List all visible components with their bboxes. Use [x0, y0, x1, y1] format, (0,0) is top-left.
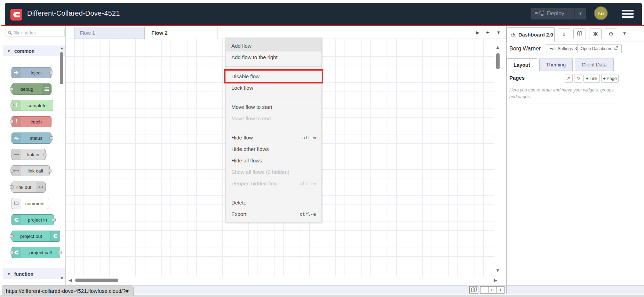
context-menu-item-hide-all-flows[interactable]: Hide all flows	[226, 155, 321, 166]
tab-list-button[interactable]: ▶	[474, 29, 482, 37]
context-menu-item-show-all-flows-0-hidden: Show all flows (0 hidden)	[226, 166, 321, 178]
node-input-port[interactable]	[10, 120, 14, 123]
open-dashboard-button[interactable]: Open Dashboard	[577, 44, 622, 53]
add-flow-button[interactable]: +	[484, 29, 492, 37]
context-menu-item-move-flow-to-start[interactable]: Move flow to start	[226, 101, 321, 113]
palette-node-comment[interactable]: comment	[11, 198, 49, 209]
pages-help-text: Here you can re-order and move your widg…	[509, 87, 614, 101]
inject-icon	[12, 67, 21, 78]
node-label: project out	[12, 231, 50, 241]
palette-category-function[interactable]: ▼ function	[3, 268, 66, 279]
palette-search-input[interactable]	[14, 30, 59, 35]
node-label: project call	[21, 247, 60, 258]
tab-theming[interactable]: Theming	[539, 58, 573, 71]
node-output-port[interactable]	[49, 71, 53, 74]
context-menu-item-delete[interactable]: Delete	[226, 197, 321, 208]
dashboard-subtabs: LayoutThemingClient Data	[507, 58, 617, 71]
menu-separator	[226, 66, 321, 67]
context-menu-item-reopen-hidden-flow: alt-⇧wReopen hidden flow	[226, 178, 321, 189]
node-output-port[interactable]	[48, 169, 51, 172]
tab-dashboard-2[interactable]: Dashboard 2.0	[507, 27, 555, 42]
node-output-port[interactable]	[49, 136, 53, 140]
palette-scroll-up[interactable]: ▲	[60, 46, 64, 50]
canvas-scroll-right[interactable]: ▶	[494, 278, 497, 283]
canvas-scroll-left[interactable]: ◀	[69, 278, 72, 283]
palette-node-status[interactable]: status	[11, 133, 51, 144]
palette-node-link-call[interactable]: link call	[11, 165, 50, 176]
palette-category-common[interactable]: ▼ common	[3, 46, 66, 56]
canvas-scroll-down[interactable]: ▼	[495, 268, 500, 273]
main-menu-button[interactable]	[622, 10, 634, 18]
canvas-scroll-up[interactable]: ▲	[495, 45, 500, 50]
palette-scrollbar-thumb[interactable]	[60, 52, 63, 84]
info-button[interactable]: i	[558, 29, 570, 39]
node-label: status	[21, 133, 51, 143]
node-input-port[interactable]	[10, 104, 14, 107]
node-label: link call	[21, 166, 49, 176]
plus-icon: +	[586, 76, 588, 81]
context-menu-item-disable-flow[interactable]: Disable flow	[226, 71, 321, 82]
palette-node-catch[interactable]: !catch	[11, 116, 51, 127]
palette-node-link-out[interactable]: link out	[11, 182, 46, 193]
node-input-port[interactable]	[10, 87, 14, 91]
tab-menu-chevron[interactable]: ▼	[494, 29, 503, 37]
node-output-port[interactable]	[43, 153, 47, 156]
canvas-vertical-scrollbar[interactable]	[496, 53, 500, 69]
node-input-port[interactable]	[10, 169, 14, 172]
collapse-all-button[interactable]	[565, 74, 573, 83]
context-menu-item-hide-other-flows[interactable]: Hide other flows	[226, 143, 321, 155]
add-page-button[interactable]: + Page	[601, 74, 619, 83]
minimap-button[interactable]	[469, 286, 478, 294]
palette-search[interactable]	[6, 29, 65, 37]
context-menu-item-add-flow-to-the-right[interactable]: Add flow to the right	[226, 51, 321, 63]
add-link-button[interactable]: + Link	[583, 74, 600, 83]
flow-tab-2[interactable]: Flow 2	[146, 27, 217, 39]
tab-client-data[interactable]: Client Data	[575, 58, 614, 71]
context-menu-item-hide-flow[interactable]: alt-wHide flow	[226, 132, 321, 143]
tab-layout[interactable]: Layout	[507, 58, 537, 71]
user-avatar[interactable]: su	[595, 7, 607, 19]
palette-node-link-in[interactable]: link in	[11, 149, 46, 160]
palette-scroll-down[interactable]: ▼	[60, 276, 64, 281]
debug-button[interactable]	[589, 29, 602, 39]
expand-all-button[interactable]	[574, 74, 582, 83]
palette-node-project-call[interactable]: project call	[11, 247, 60, 258]
chevron-down-icon: ▼	[7, 272, 11, 276]
config-button[interactable]: ⚙	[605, 29, 617, 39]
menu-item-label: Move flow to start	[231, 104, 272, 110]
menu-item-label: Lock flow	[231, 85, 253, 91]
node-input-port[interactable]	[10, 234, 14, 238]
comment-icon	[12, 198, 21, 209]
help-book-button[interactable]	[573, 29, 586, 39]
sidebar-menu-chevron[interactable]: ▼	[622, 31, 627, 36]
menu-item-label: Hide other flows	[231, 146, 269, 152]
palette-node-project-in[interactable]: project in	[11, 214, 54, 225]
context-menu-item-export[interactable]: ctrl-eExport	[226, 208, 321, 220]
menu-item-label: Delete	[231, 200, 246, 206]
node-label: inject	[21, 67, 51, 78]
deploy-options-chevron[interactable]: ▼	[574, 8, 586, 19]
node-input-port[interactable]	[10, 251, 14, 254]
zoom-in-button[interactable]: +	[496, 286, 504, 294]
menu-item-label: Hide all flows	[231, 158, 262, 163]
app-header: Different-Collared-Dove-4521 Deploy ▼ su	[5, 3, 642, 25]
palette-node-project-out[interactable]: project out	[11, 231, 60, 242]
sidebar-footer	[507, 285, 644, 294]
deploy-button[interactable]: Deploy ▼	[531, 8, 586, 19]
zoom-reset-button[interactable]: ○	[488, 286, 496, 294]
context-menu-item-lock-flow[interactable]: Lock flow	[226, 82, 321, 94]
palette-node-inject[interactable]: inject	[11, 67, 51, 78]
menu-item-label: Export	[231, 211, 246, 217]
flow-tab-1[interactable]: Flow 1	[74, 27, 145, 39]
node-input-port[interactable]	[10, 185, 14, 189]
zoom-out-button[interactable]: −	[480, 286, 488, 294]
context-menu-item-add-flow[interactable]: Add flow	[226, 40, 321, 51]
node-output-port[interactable]	[52, 218, 56, 222]
node-label: link in	[21, 149, 45, 160]
palette-node-complete[interactable]: !complete	[11, 100, 53, 111]
canvas-horizontal-scrollbar[interactable]	[75, 279, 118, 282]
double-chevron-down-icon	[577, 76, 580, 81]
node-output-port[interactable]	[58, 251, 62, 254]
edit-settings-button[interactable]: Edit Settings ⚙	[546, 44, 582, 53]
palette-node-debug[interactable]: debug	[11, 83, 51, 95]
